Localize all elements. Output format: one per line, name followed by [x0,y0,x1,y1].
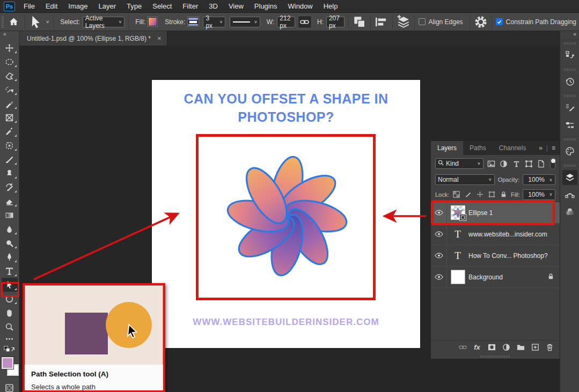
history-panel-icon[interactable] [562,74,577,89]
hand-tool[interactable] [2,306,18,320]
default-swap-colors-icon[interactable] [4,345,16,355]
layer-row-ellipse1[interactable]: Ellipse 1 [431,202,560,224]
zoom-tool[interactable] [2,320,18,334]
brush-tool[interactable] [2,152,18,166]
panel-grip[interactable] [564,165,576,167]
panel-grip[interactable] [564,138,576,140]
delete-layer-icon[interactable] [545,343,554,352]
path-operations-icon[interactable] [353,15,367,29]
flower-shape[interactable] [217,152,357,280]
layer-name[interactable]: How To Conv... Photoshop? [468,252,548,260]
ellipse-shape-tool[interactable] [2,292,18,306]
gradient-tool[interactable] [2,208,18,222]
lock-transparency-icon[interactable] [452,190,461,199]
visibility-eye-icon[interactable] [431,267,447,287]
height-input[interactable]: 207 px [326,17,345,27]
tab-layers[interactable]: Layers [431,141,463,155]
panel-resize-grip[interactable] [431,354,560,359]
brushes-panel-icon[interactable] [562,117,577,132]
link-dimensions-icon[interactable] [298,16,312,28]
layer-row-heading-text[interactable]: T How To Conv... Photoshop? [431,245,560,267]
patch-tool[interactable] [2,138,18,152]
panel-grip[interactable] [564,69,576,71]
tab-paths[interactable]: Paths [463,141,493,155]
type-layer-thumbnail[interactable]: T [447,250,468,262]
lock-artboard-icon[interactable] [487,190,496,199]
fill-chevron-icon[interactable]: ∨ [547,189,555,200]
layer-effects-icon[interactable]: fx [472,343,482,352]
elliptical-marquee-tool[interactable] [2,55,18,69]
background-layer-thumbnail[interactable] [447,270,468,284]
move-tool[interactable] [2,41,18,55]
object-selection-tool[interactable] [2,83,18,97]
menu-help[interactable]: Help [318,0,343,13]
gear-icon[interactable] [474,15,488,29]
new-layer-icon[interactable] [530,343,540,352]
adjustment-layer-icon[interactable] [501,343,511,352]
menu-3d[interactable]: 3D [203,0,223,13]
stroke-width-dropdown[interactable]: 3 px ∨ [203,17,225,27]
stroke-swatch[interactable] [188,17,199,26]
channels-panel-icon[interactable] [562,204,577,219]
layer-thumbnail[interactable] [447,205,468,220]
opacity-chevron-icon[interactable]: ∨ [547,174,555,185]
tool-preset-chevron-icon[interactable]: ∨ [43,20,50,24]
panel-menu-icon[interactable]: ≡ [552,144,555,152]
layer-name[interactable]: Background [468,273,503,281]
layer-row-url-text[interactable]: T www.websiteb...insider.com [431,224,560,245]
polygonal-lasso-tool[interactable] [2,69,18,83]
add-layer-mask-icon[interactable] [487,343,496,352]
type-layer-thumbnail[interactable]: T [447,228,468,240]
clone-stamp-tool[interactable] [2,166,18,180]
eyedropper-tool[interactable] [2,124,18,138]
path-alignment-icon[interactable] [375,15,389,29]
blur-tool[interactable] [2,222,18,236]
fill-input[interactable]: 100% [523,189,547,200]
menu-layer[interactable]: Layer [93,0,122,13]
kind-filter-dropdown[interactable]: Kind ∨ [435,158,483,169]
panel-grip[interactable] [564,42,576,45]
visibility-eye-icon[interactable] [431,224,447,245]
fill-swatch[interactable] [148,17,157,26]
path-selection-tool-selected[interactable] [2,278,18,292]
brush-settings-panel-icon[interactable] [562,100,577,115]
lock-pixels-icon[interactable] [464,190,473,199]
history-brush-tool[interactable] [2,180,18,194]
panel-grip[interactable] [564,95,576,97]
pen-tool[interactable] [2,250,18,264]
opacity-input[interactable]: 100% [523,174,547,185]
path-selection-tool-icon[interactable] [29,15,43,29]
lock-position-icon[interactable] [475,190,485,199]
menu-edit[interactable]: Edit [40,0,63,13]
tab-channels[interactable]: Channels [493,141,533,155]
visibility-eye-icon[interactable] [431,245,447,266]
edit-toolbar-icon[interactable] [2,334,18,344]
menu-filter[interactable]: Filter [177,0,203,13]
filter-toggle-switch[interactable] [550,158,555,169]
new-group-icon[interactable] [516,343,525,352]
close-tab-icon[interactable]: × [157,34,162,42]
layer-name[interactable]: www.websiteb...insider.com [468,231,547,238]
toolbar-expand-icon[interactable]: » [0,31,19,37]
menu-image[interactable]: Image [63,0,93,13]
quick-mask-icon[interactable] [2,381,18,392]
spot-healing-tool[interactable] [2,97,18,110]
paths-panel-icon[interactable] [562,187,577,202]
filter-shape-layers-icon[interactable] [524,158,533,169]
home-icon[interactable] [7,15,21,29]
photoshop-logo[interactable]: Ps [4,2,15,11]
artboard[interactable]: CAN YOU OFFSET A SHAPE IN PHOTOSHOP? [152,80,420,348]
panels-collapse-icon[interactable]: « [560,31,579,40]
align-edges-checkbox[interactable] [419,18,426,25]
constrain-path-dragging-checkbox[interactable] [496,18,503,25]
filter-type-layers-icon[interactable] [511,158,521,169]
foreground-color-swatch[interactable] [2,357,13,369]
dodge-tool[interactable] [2,236,18,250]
width-input[interactable]: 212 px [277,17,295,27]
menu-type[interactable]: Type [121,0,147,13]
eraser-tool[interactable] [2,194,18,208]
filter-pixel-layers-icon[interactable] [487,158,496,169]
menu-select[interactable]: Select [147,0,177,13]
options-bar-grip[interactable] [2,16,4,28]
layer-name[interactable]: Ellipse 1 [468,209,493,217]
